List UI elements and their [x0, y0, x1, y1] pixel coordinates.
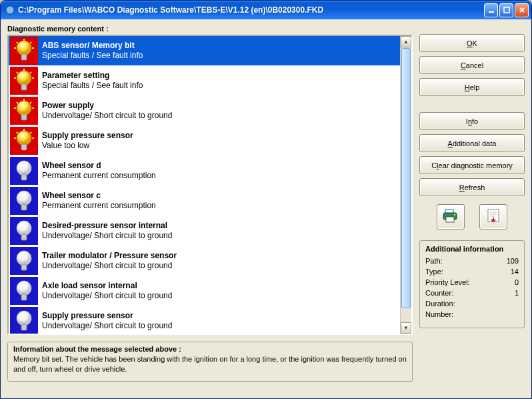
bulb-unlit-icon: [10, 307, 38, 334]
additional-info-value: 1: [515, 289, 519, 297]
scroll-up-button[interactable]: ▲: [401, 36, 411, 47]
svg-rect-25: [446, 217, 454, 222]
svg-rect-8: [21, 114, 27, 120]
list-item[interactable]: Wheel sensor cPermanent current consumpt…: [9, 186, 400, 216]
list-item-detail: Value too low: [42, 141, 133, 151]
info-box: Information about the message selected a…: [7, 342, 413, 382]
titlebar: C:\Program Files\WABCO Diagnostic Softwa…: [1, 1, 531, 19]
bulb-lit-icon: [10, 37, 38, 65]
additional-info-label: Type:: [425, 268, 443, 276]
list-item-title: Parameter setting: [42, 71, 143, 81]
diagnostic-list: ABS sensor/ Memory bitSpecial faults / S…: [7, 35, 413, 335]
svg-point-19: [17, 281, 31, 296]
list-item-detail: Undervoltage/ Short circuit to ground: [42, 291, 172, 301]
minimize-button[interactable]: [484, 3, 498, 17]
window: C:\Program Files\WABCO Diagnostic Softwa…: [0, 0, 532, 399]
additional-info-box: Additional information Path:109Type:14Pr…: [419, 240, 525, 328]
bulb-lit-icon: [10, 127, 38, 155]
svg-point-0: [6, 6, 14, 14]
list-item-detail: Permanent current consumption: [42, 201, 156, 211]
list-item[interactable]: Supply pressure sensorUndervoltage/ Shor…: [9, 306, 400, 334]
additional-info-label: Priority Level:: [425, 278, 470, 286]
svg-rect-22: [21, 324, 27, 330]
save-button[interactable]: [479, 204, 507, 230]
svg-rect-1: [489, 11, 494, 13]
app-icon: [5, 5, 15, 15]
scroll-down-button[interactable]: ▼: [401, 322, 411, 334]
list-item-title: Wheel sensor d: [42, 161, 156, 171]
svg-rect-16: [21, 234, 27, 240]
list-item[interactable]: Supply pressure sensorValue too low: [9, 126, 400, 156]
list-item-title: Trailer modulator / Pressure sensor: [42, 251, 177, 261]
list-item-title: Axle load sensor internal: [42, 281, 172, 291]
refresh-button[interactable]: Refresh: [419, 178, 525, 196]
bulb-unlit-icon: [10, 277, 38, 305]
ok-button[interactable]: OK: [419, 34, 525, 52]
svg-point-15: [17, 221, 31, 236]
bulb-lit-icon: [10, 97, 38, 125]
bulb-unlit-icon: [10, 157, 38, 185]
printer-icon: [442, 209, 459, 225]
svg-point-9: [17, 131, 31, 145]
scroll-thumb[interactable]: [401, 48, 411, 308]
additional-info-row: Counter:1: [425, 289, 519, 297]
list-label: Diagnostic memory content :: [7, 25, 413, 33]
list-item-detail: Special faults / See fault info: [42, 81, 143, 91]
maximize-button[interactable]: [499, 3, 513, 17]
svg-rect-2: [504, 7, 509, 13]
svg-rect-10: [21, 144, 27, 150]
svg-rect-12: [21, 174, 27, 180]
help-button[interactable]: Help: [419, 78, 525, 96]
list-item-detail: Undervoltage/ Short circuit to ground: [42, 111, 172, 121]
info-button[interactable]: Info: [419, 112, 525, 130]
additional-info-label: Counter:: [425, 289, 453, 297]
svg-point-21: [17, 311, 31, 326]
additional-info-value: 0: [515, 278, 519, 286]
info-legend: Information about the message selected a…: [13, 345, 407, 353]
close-button[interactable]: [515, 3, 529, 17]
list-item-title: Desired-pressure sensor internal: [42, 221, 172, 231]
list-item-title: Power supply: [42, 101, 172, 111]
additional-info-label: Duration:: [425, 300, 455, 308]
save-report-icon: [485, 209, 502, 225]
additional-info-row: Number:: [425, 310, 519, 318]
list-item[interactable]: Parameter settingSpecial faults / See fa…: [9, 66, 400, 96]
cancel-button[interactable]: Cancel: [419, 56, 525, 74]
clear-memory-button[interactable]: Clear diagnostic memory: [419, 156, 525, 174]
info-body: Memory bit set. The vehicle has been sta…: [13, 354, 407, 374]
print-button[interactable]: [437, 204, 465, 230]
svg-point-5: [17, 71, 31, 85]
svg-rect-4: [21, 54, 27, 60]
list-item[interactable]: ABS sensor/ Memory bitSpecial faults / S…: [9, 36, 400, 66]
list-item[interactable]: Trailer modulator / Pressure sensorUnder…: [9, 246, 400, 276]
svg-rect-6: [21, 84, 27, 90]
additional-info-value: 14: [511, 268, 519, 276]
list-item[interactable]: Desired-pressure sensor internalUndervol…: [9, 216, 400, 246]
bulb-lit-icon: [10, 67, 38, 95]
list-item-title: ABS sensor/ Memory bit: [42, 41, 143, 51]
additional-info-row: Duration:: [425, 300, 519, 308]
additional-info-row: Priority Level:0: [425, 278, 519, 286]
bulb-unlit-icon: [10, 217, 38, 245]
list-item-detail: Undervoltage/ Short circuit to ground: [42, 231, 172, 241]
additional-info-label: Path:: [425, 257, 443, 265]
additional-info-row: Path:109: [425, 257, 519, 265]
scrollbar[interactable]: ▲ ▼: [400, 36, 411, 334]
additional-info-label: Number:: [425, 310, 453, 318]
list-item-detail: Permanent current consumption: [42, 171, 156, 181]
list-item[interactable]: Wheel sensor dPermanent current consumpt…: [9, 156, 400, 186]
list-item[interactable]: Power supplyUndervoltage/ Short circuit …: [9, 96, 400, 126]
additional-data-button[interactable]: Additional data: [419, 134, 525, 152]
list-item-detail: Special faults / See fault info: [42, 51, 143, 61]
additional-info-value: 109: [507, 257, 519, 265]
list-item-detail: Undervoltage/ Short circuit to ground: [42, 321, 172, 331]
list-item-title: Supply pressure sensor: [42, 131, 133, 141]
list-item[interactable]: Axle load sensor internalUndervoltage/ S…: [9, 276, 400, 306]
svg-point-7: [17, 101, 31, 115]
list-item-title: Supply pressure sensor: [42, 311, 172, 321]
svg-rect-18: [21, 264, 27, 270]
svg-point-26: [454, 214, 455, 216]
bulb-unlit-icon: [10, 187, 38, 215]
additional-info-legend: Additional information: [425, 245, 519, 253]
svg-point-13: [17, 191, 31, 206]
